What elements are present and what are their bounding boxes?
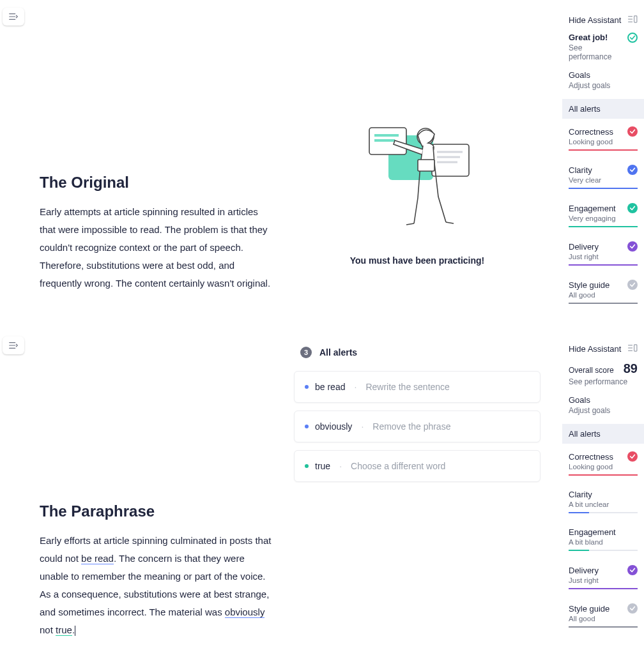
svg-rect-10 xyxy=(432,144,469,176)
paraphrase-body: Early efforts at article spinning culmin… xyxy=(40,532,275,639)
see-performance-label: See performance xyxy=(569,43,627,61)
checkmark-circle-icon xyxy=(627,603,638,614)
adjust-goals-label: Adjust goals xyxy=(569,406,638,415)
category-clarity[interactable]: Clarity A bit unclear xyxy=(569,490,638,518)
category-delivery[interactable]: Delivery Just right xyxy=(569,565,638,594)
hide-assistant-button[interactable]: Hide Assistant xyxy=(569,344,638,354)
alerts-count-badge: 3 xyxy=(300,347,312,358)
category-bar xyxy=(569,588,638,589)
alert-hint: Choose a different word xyxy=(351,461,445,471)
underlined-phrase-true[interactable]: true xyxy=(56,624,72,636)
separator: · xyxy=(354,382,356,392)
all-alerts-tab[interactable]: All alerts xyxy=(562,424,644,444)
text-cursor xyxy=(75,626,75,636)
checkmark-circle-icon xyxy=(627,126,638,137)
checkmark-circle-icon xyxy=(627,203,638,213)
category-bar xyxy=(569,550,638,551)
checkmark-circle-icon xyxy=(627,280,638,290)
goals-label: Goals xyxy=(569,395,638,405)
assistant-panel: Hide Assistant Great job! See performanc… xyxy=(562,8,644,318)
hide-assistant-label: Hide Assistant xyxy=(569,15,621,25)
category-bar xyxy=(569,226,638,227)
illustration-caption: You must have been practicing! xyxy=(350,255,485,266)
category-bar xyxy=(569,303,638,304)
underlined-phrase-obviously[interactable]: obviously xyxy=(225,607,265,618)
category-correctness[interactable]: Correctness Looking good xyxy=(569,126,638,156)
checkmark-circle-icon xyxy=(627,241,638,252)
category-style-guide[interactable]: Style guide All good xyxy=(569,280,638,309)
svg-rect-23 xyxy=(634,345,637,351)
great-job-label: Great job! xyxy=(569,33,627,42)
overall-score-label: Overall score xyxy=(569,366,614,375)
practicing-illustration xyxy=(356,121,478,230)
original-heading: The Original xyxy=(40,174,275,192)
alert-text: obviously xyxy=(315,421,352,432)
category-style-guide[interactable]: Style guide All good xyxy=(569,603,638,633)
alert-dot-icon xyxy=(305,464,309,468)
paraphrase-heading: The Paraphrase xyxy=(40,502,275,520)
category-bar xyxy=(569,474,638,476)
category-bar xyxy=(569,188,638,189)
alert-card[interactable]: be read·Rewrite the sentence xyxy=(294,371,540,403)
alerts-title: All alerts xyxy=(319,347,357,358)
category-delivery[interactable]: Delivery Just right xyxy=(569,241,638,271)
performance-link[interactable]: Overall score 89 See performance xyxy=(569,361,638,386)
checkmark-circle-icon xyxy=(627,565,638,575)
category-engagement[interactable]: Engagement A bit bland xyxy=(569,527,638,556)
underlined-phrase-be-read[interactable]: be read xyxy=(81,553,114,564)
checkmark-circle-icon xyxy=(627,451,638,462)
text-fragment: not xyxy=(40,624,56,635)
category-engagement[interactable]: Engagement Very engaging xyxy=(569,203,638,232)
assistant-panel: Hide Assistant Overall score 89 See perf… xyxy=(562,336,644,642)
separator: · xyxy=(361,421,364,432)
alert-hint: Remove the phrase xyxy=(372,421,450,432)
collapse-panel-icon xyxy=(627,344,638,354)
alert-dot-icon xyxy=(305,385,309,389)
performance-link[interactable]: Great job! See performance xyxy=(569,33,638,61)
alerts-header[interactable]: 3 All alerts xyxy=(294,342,540,363)
category-correctness[interactable]: Correctness Looking good xyxy=(569,451,638,481)
alert-text: true xyxy=(315,461,330,471)
category-bar xyxy=(569,512,638,513)
svg-rect-15 xyxy=(418,160,434,171)
category-bar xyxy=(569,149,638,151)
alert-text: be read xyxy=(315,382,345,392)
all-alerts-tab[interactable]: All alerts xyxy=(562,99,644,119)
alert-card[interactable]: obviously·Remove the phrase xyxy=(294,411,540,442)
category-bar xyxy=(569,264,638,266)
alert-card[interactable]: true·Choose a different word xyxy=(294,450,540,482)
goals-link[interactable]: Goals Adjust goals xyxy=(569,70,638,90)
checkmark-circle-icon xyxy=(627,165,638,175)
svg-rect-19 xyxy=(634,16,637,22)
collapse-panel-icon xyxy=(627,15,638,25)
hide-assistant-label: Hide Assistant xyxy=(569,344,621,354)
goals-label: Goals xyxy=(569,70,638,80)
checkmark-circle-icon xyxy=(627,33,638,43)
original-body: Early attempts at article spinning resul… xyxy=(40,203,275,292)
see-performance-label: See performance xyxy=(569,377,638,386)
goals-link[interactable]: Goals Adjust goals xyxy=(569,395,638,415)
adjust-goals-label: Adjust goals xyxy=(569,81,638,90)
hide-assistant-button[interactable]: Hide Assistant xyxy=(569,15,638,25)
alert-dot-icon xyxy=(305,425,309,428)
overall-score-value: 89 xyxy=(624,361,638,376)
separator: · xyxy=(339,461,342,471)
alert-hint: Rewrite the sentence xyxy=(365,382,450,392)
category-bar xyxy=(569,626,638,628)
category-clarity[interactable]: Clarity Very clear xyxy=(569,165,638,194)
